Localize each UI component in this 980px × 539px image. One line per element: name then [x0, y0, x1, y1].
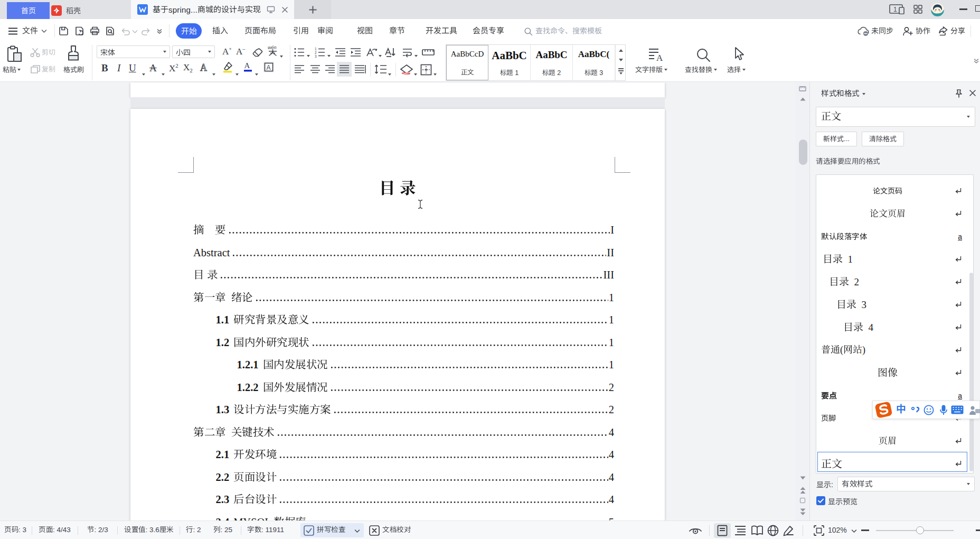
svg-text:A: A: [200, 62, 207, 73]
svg-text:A: A: [656, 53, 663, 63]
svg-text:1: 1: [315, 47, 317, 51]
svg-text:A: A: [267, 64, 271, 71]
svg-text:2: 2: [315, 51, 317, 54]
svg-text:3: 3: [315, 54, 317, 58]
svg-text:A: A: [244, 61, 250, 70]
svg-text:1: 1: [893, 6, 897, 13]
svg-text:wén: wén: [268, 45, 277, 50]
